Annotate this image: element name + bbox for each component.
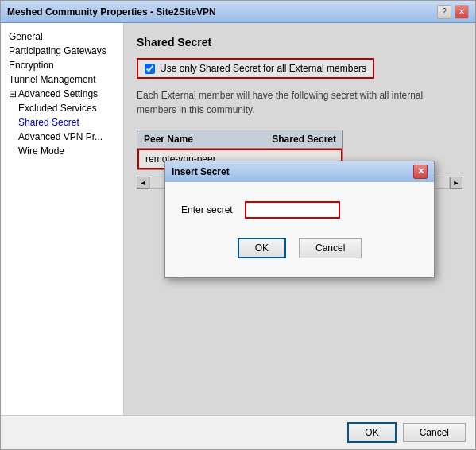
sidebar-item-tunnel-management[interactable]: Tunnel Management	[1, 72, 123, 87]
sidebar-item-advanced-settings[interactable]: ⊟Advanced Settings	[1, 87, 123, 101]
enter-secret-label: Enter secret:	[181, 204, 235, 215]
window-content: General Participating Gateways Encryptio…	[1, 23, 475, 415]
ok-button[interactable]: OK	[347, 422, 396, 443]
cancel-button[interactable]: Cancel	[403, 423, 466, 442]
enter-secret-input[interactable]	[245, 201, 340, 219]
insert-secret-dialog: Insert Secret ✕ Enter secret: OK Cancel	[164, 161, 435, 278]
sidebar-item-advanced-vpn[interactable]: Advanced VPN Pr...	[1, 130, 123, 144]
window-close-button[interactable]: ✕	[455, 5, 469, 19]
title-bar-controls: ? ✕	[437, 5, 469, 19]
help-button[interactable]: ?	[437, 5, 451, 19]
title-bar: Meshed Community Properties - Site2SiteV…	[1, 1, 475, 23]
modal-button-row: OK Cancel	[181, 238, 418, 265]
window-title: Meshed Community Properties - Site2SiteV…	[7, 6, 216, 17]
sidebar: General Participating Gateways Encryptio…	[1, 23, 124, 415]
sidebar-item-excluded-services[interactable]: Excluded Services	[1, 101, 123, 115]
modal-cancel-button[interactable]: Cancel	[299, 238, 362, 258]
sidebar-item-encryption[interactable]: Encryption	[1, 58, 123, 72]
sidebar-item-wire-mode[interactable]: Wire Mode	[1, 144, 123, 158]
sidebar-item-participating-gateways[interactable]: Participating Gateways	[1, 44, 123, 58]
main-window: Meshed Community Properties - Site2SiteV…	[0, 0, 476, 450]
modal-title-bar: Insert Secret ✕	[165, 161, 434, 182]
sidebar-item-general[interactable]: General	[1, 29, 123, 44]
modal-close-button[interactable]: ✕	[413, 165, 428, 179]
modal-body: Enter secret: OK Cancel	[165, 182, 434, 277]
sidebar-item-shared-secret[interactable]: Shared Secret	[1, 115, 123, 130]
modal-ok-button[interactable]: OK	[238, 238, 286, 258]
modal-title: Insert Secret	[172, 166, 230, 177]
enter-secret-row: Enter secret:	[181, 201, 418, 219]
footer-bar: OK Cancel	[1, 415, 475, 449]
main-content: Shared Secret Use only Shared Secret for…	[124, 23, 475, 415]
modal-overlay: Insert Secret ✕ Enter secret: OK Cancel	[124, 23, 475, 415]
